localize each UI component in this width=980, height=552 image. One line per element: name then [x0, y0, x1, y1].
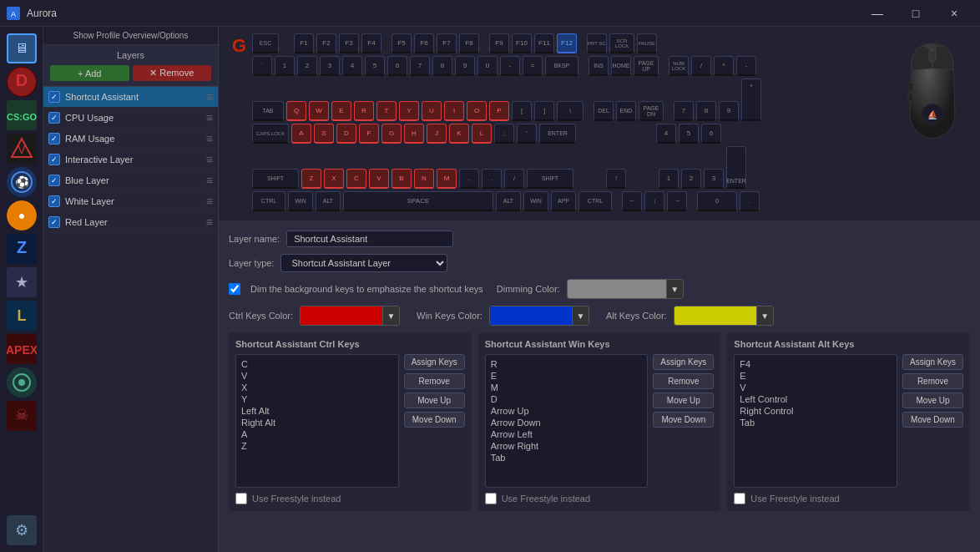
layer-item-5[interactable]: White Layer ≡ [43, 191, 218, 212]
layer-item-4[interactable]: Blue Layer ≡ [43, 170, 218, 191]
layer-item-6[interactable]: Red Layer ≡ [43, 212, 218, 233]
close-button[interactable]: × [935, 0, 973, 27]
layer-checkbox-6[interactable] [48, 216, 60, 228]
key-f12[interactable]: F12 [557, 33, 577, 53]
layer-name-input[interactable] [286, 230, 453, 247]
key-num1[interactable]: 1 [659, 169, 679, 189]
win-color-button[interactable]: ▼ [489, 306, 589, 326]
key-rbracket[interactable]: ] [534, 101, 554, 121]
move-down-button-1[interactable]: Move Down [653, 412, 714, 428]
key-w[interactable]: W [309, 101, 329, 121]
key-num4[interactable]: 4 [656, 124, 676, 144]
layer-menu-icon-2[interactable]: ≡ [206, 132, 213, 145]
key-s[interactable]: S [314, 124, 334, 144]
shortcut-key-item[interactable]: R [489, 358, 644, 370]
layer-menu-icon-5[interactable]: ≡ [206, 195, 213, 208]
key-numslash[interactable]: / [691, 56, 711, 76]
key-n[interactable]: N [414, 169, 434, 189]
key-f2[interactable]: F2 [316, 33, 336, 53]
sidebar-icon-monitor[interactable]: 🖥 [7, 33, 37, 63]
key-backspace[interactable]: BKSP [545, 56, 578, 76]
key-scrlock[interactable]: SCR LOCK [609, 33, 634, 53]
key-home[interactable]: HOME [611, 56, 631, 76]
key-d[interactable]: D [336, 124, 356, 144]
key-v[interactable]: V [369, 169, 389, 189]
sidebar-icon-overwatch[interactable]: ● [7, 200, 37, 230]
shortcut-key-item[interactable]: Tab [489, 452, 644, 463]
key-f10[interactable]: F10 [512, 33, 532, 53]
key-down[interactable]: ↓ [644, 191, 664, 211]
key-f5[interactable]: F5 [391, 33, 412, 53]
key-equals[interactable]: = [523, 56, 543, 76]
key-app[interactable]: APP [551, 191, 576, 211]
key-g[interactable]: G [381, 124, 402, 144]
key-9[interactable]: 9 [455, 56, 475, 76]
key-period[interactable]: . [482, 169, 502, 189]
shortcut-key-item[interactable]: V [240, 370, 395, 382]
shortcut-key-item[interactable]: Arrow Down [489, 417, 644, 428]
key-ralt[interactable]: ALT [496, 191, 521, 211]
key-left[interactable]: ← [622, 191, 642, 211]
sidebar-icon-app7[interactable]: ★ [7, 267, 37, 297]
layer-menu-icon-1[interactable]: ≡ [206, 111, 213, 124]
layer-menu-icon-0[interactable]: ≡ [206, 90, 213, 104]
move-up-button-2[interactable]: Move Up [902, 392, 963, 408]
ctrl-color-dropdown-icon[interactable]: ▼ [382, 306, 399, 325]
key-numplus[interactable]: + [741, 78, 761, 121]
key-7[interactable]: 7 [410, 56, 430, 76]
layer-checkbox-2[interactable] [48, 133, 60, 144]
minimize-button[interactable]: — [858, 0, 897, 27]
layer-menu-icon-6[interactable]: ≡ [206, 215, 213, 229]
key-f9[interactable]: F9 [489, 33, 509, 53]
sidebar-icon-app6[interactable]: Z [7, 234, 37, 264]
move-down-button-0[interactable]: Move Down [404, 412, 465, 428]
maximize-button[interactable]: □ [897, 0, 935, 27]
key-num6[interactable]: 6 [701, 124, 721, 144]
key-rwin[interactable]: WIN [523, 191, 548, 211]
key-f7[interactable]: F7 [437, 33, 457, 53]
key-t[interactable]: T [376, 101, 397, 121]
key-f6[interactable]: F6 [414, 33, 434, 53]
key-4[interactable]: 4 [342, 56, 362, 76]
key-comma[interactable]: , [459, 169, 479, 189]
key-a[interactable]: A [291, 124, 311, 144]
key-lshift[interactable]: SHIFT [252, 169, 299, 189]
key-0[interactable]: 0 [477, 56, 498, 76]
key-pause[interactable]: PAUSE [637, 33, 657, 53]
key-r[interactable]: R [354, 101, 374, 121]
shortcut-key-item[interactable]: D [489, 393, 644, 405]
key-i[interactable]: I [444, 101, 464, 121]
move-up-button-0[interactable]: Move Up [404, 392, 465, 408]
key-6[interactable]: 6 [387, 56, 407, 76]
sidebar-icon-app10[interactable] [7, 367, 37, 398]
key-num9[interactable]: 9 [719, 101, 739, 121]
key-f3[interactable]: F3 [339, 33, 359, 53]
key-b[interactable]: B [391, 169, 412, 189]
key-ins[interactable]: INS [589, 56, 609, 76]
key-minus[interactable]: - [500, 56, 520, 76]
sidebar-icon-league[interactable]: L [7, 301, 37, 331]
layer-menu-icon-3[interactable]: ≡ [206, 153, 213, 166]
move-up-button-1[interactable]: Move Up [653, 392, 714, 408]
alt-color-dropdown-icon[interactable]: ▼ [756, 306, 773, 325]
shortcut-key-item[interactable]: Right Control [738, 405, 893, 417]
assign-keys-button-0[interactable]: Assign Keys [404, 354, 465, 370]
key-enter[interactable]: ENTER [539, 124, 576, 144]
profile-overview-btn[interactable]: Show Profile Overview/Options [43, 27, 218, 45]
shortcut-key-item[interactable]: E [738, 370, 893, 382]
key-num8[interactable]: 8 [696, 101, 716, 121]
key-5[interactable]: 5 [365, 56, 385, 76]
key-rctrl[interactable]: CTRL [578, 191, 612, 211]
dimming-dropdown-icon[interactable]: ▼ [666, 280, 683, 298]
shortcut-key-item[interactable]: C [240, 358, 395, 370]
key-lctrl[interactable]: CTRL [252, 191, 285, 211]
key-3[interactable]: 3 [320, 56, 340, 76]
alt-color-button[interactable]: ▼ [674, 306, 774, 326]
key-pagedn[interactable]: PAGE DN [639, 101, 664, 121]
key-right[interactable]: → [667, 191, 687, 211]
key-prtsc[interactable]: PRT SC [587, 33, 607, 53]
key-rshift[interactable]: SHIFT [527, 169, 573, 189]
sidebar-icon-apex[interactable]: APEX [7, 334, 37, 364]
remove-button-0[interactable]: Remove [404, 373, 465, 389]
layer-item-2[interactable]: RAM Usage ≡ [43, 129, 218, 149]
